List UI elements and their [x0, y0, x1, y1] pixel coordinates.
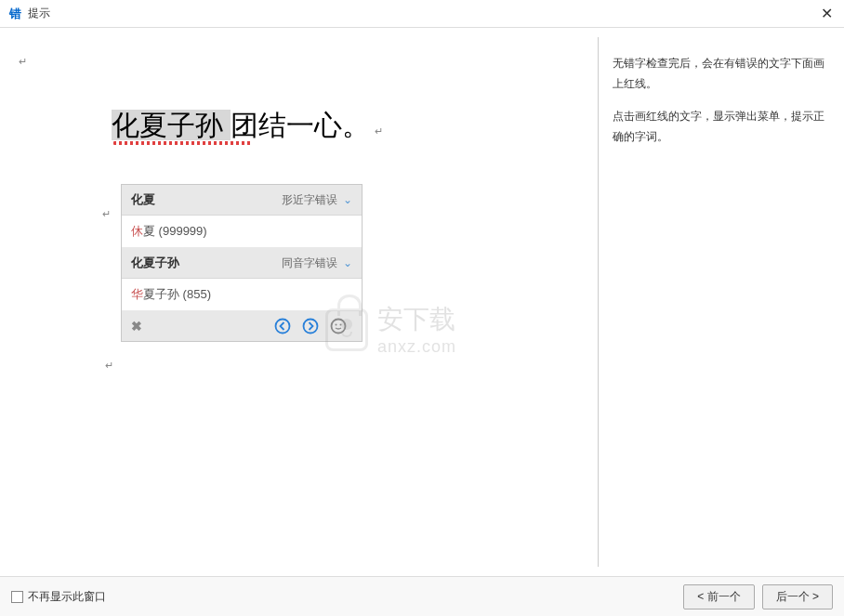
error-word-label: 化夏 [131, 191, 282, 208]
window-title: 提示 [28, 6, 817, 21]
chevron-down-icon[interactable]: ⌄ [343, 193, 352, 206]
app-icon: 错 [7, 7, 22, 21]
correction-rest: 夏子孙 (855) [143, 287, 211, 301]
titlebar: 错 提示 ✕ [0, 0, 844, 28]
prev-icon[interactable] [274, 318, 291, 334]
paragraph-marker-icon: ↵ [375, 125, 383, 137]
correction-char: 华 [131, 287, 143, 301]
left-panel: ↵ ↵ 化夏子孙 团结一心。↵ 化夏 形近字错误 ⌄ 休夏 (999999) 化… [0, 28, 598, 576]
svg-point-0 [276, 320, 290, 334]
next-button[interactable]: 后一个 > [762, 584, 833, 609]
suggestion-item[interactable]: 休夏 (999999) [122, 216, 362, 248]
popup-section-header[interactable]: 化夏 形近字错误 ⌄ [122, 185, 362, 216]
chevron-down-icon[interactable]: ⌄ [343, 256, 352, 269]
suggestion-item[interactable]: 华夏子孙 (855) [122, 279, 362, 311]
svg-point-1 [304, 320, 318, 334]
error-type-label: 同音字错误 [282, 256, 337, 271]
content-area: ↵ ↵ 化夏子孙 团结一心。↵ 化夏 形近字错误 ⌄ 休夏 (999999) 化… [0, 28, 844, 576]
watermark-en-text: anxz.com [377, 337, 456, 357]
tip-text-1: 无错字检查完后，会在有错误的文字下面画上红线。 [613, 54, 830, 94]
popup-toolbar: ✖ [122, 311, 362, 341]
tip-text-2: 点击画红线的文字，显示弹出菜单，提示正确的字词。 [613, 107, 830, 147]
watermark-cn-text: 安下载 [377, 302, 456, 337]
checkbox-label: 不再显示此窗口 [28, 589, 106, 605]
popup-close-icon[interactable]: ✖ [131, 319, 142, 334]
error-word-label: 化夏子孙 [131, 255, 282, 271]
svg-point-3 [336, 324, 337, 326]
text-rest: 团结一心。 [231, 110, 370, 140]
settings-icon[interactable] [330, 318, 347, 334]
paragraph-marker-icon: ↵ [105, 360, 113, 372]
right-panel: 无错字检查完后，会在有错误的文字下面画上红线。 点击画红线的文字，显示弹出菜单，… [598, 37, 844, 567]
popup-section-header[interactable]: 化夏子孙 同音字错误 ⌄ [122, 248, 362, 279]
dont-show-checkbox[interactable]: 不再显示此窗口 [11, 589, 106, 605]
document-area: ↵ 化夏子孙 团结一心。↵ [19, 107, 579, 145]
close-icon[interactable]: ✕ [817, 5, 837, 22]
document-text[interactable]: 化夏子孙 团结一心。↵ [112, 107, 579, 145]
correction-rest: 夏 (999999) [143, 224, 207, 238]
svg-point-4 [340, 324, 342, 326]
next-icon[interactable] [302, 318, 319, 334]
correction-char: 休 [131, 224, 143, 238]
footer: 不再显示此窗口 < 前一个 后一个 > [0, 576, 844, 616]
error-type-label: 形近字错误 [282, 192, 337, 208]
paragraph-marker-icon: ↵ [19, 56, 27, 68]
svg-point-2 [332, 320, 346, 334]
prev-button[interactable]: < 前一个 [683, 584, 754, 609]
suggestion-popup: 化夏 形近字错误 ⌄ 休夏 (999999) 化夏子孙 同音字错误 ⌄ 华夏子孙… [121, 184, 363, 342]
checkbox-icon[interactable] [11, 591, 23, 603]
paragraph-marker-icon: ↵ [102, 208, 111, 220]
highlighted-error-text[interactable]: 化夏子孙 [112, 110, 231, 140]
error-underline-icon [113, 141, 251, 145]
error-text-segment: 化夏子孙 [112, 110, 223, 140]
